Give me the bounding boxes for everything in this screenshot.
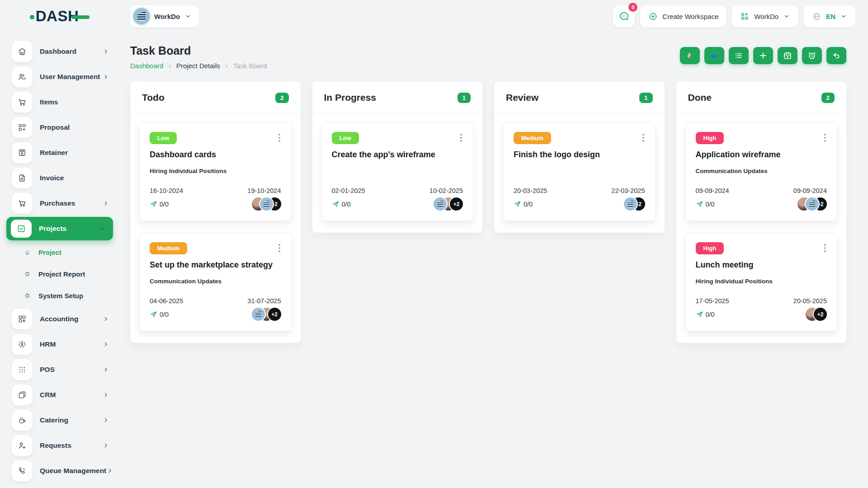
sidebar-item-user-management[interactable]: User Management [0,64,119,89]
cart-icon [12,92,33,113]
task-card-lunch-meeting[interactable]: High Lunch meeting Hiring Individual Pos… [685,233,838,331]
task-milestone [332,168,463,175]
task-milestone: Hiring Individual Positions [696,278,827,286]
calendar-icon [783,51,793,61]
catering-icon [12,410,33,431]
assignee-avatars: +2 [434,197,463,211]
card-menu-button[interactable] [459,132,463,144]
dash-logo[interactable]: DASH [0,8,119,25]
invoice-icon [12,168,33,188]
sidebar-item-purchases[interactable]: Purchases [0,191,119,216]
language-label: EN [826,13,835,20]
chevron-right-icon [102,48,109,55]
plus-icon [758,51,768,61]
sidebar-item-items[interactable]: Items [0,89,119,115]
submenu-bullet-icon [25,250,29,254]
accounting-icon [12,309,33,329]
column-cards: High Application wireframe Communication… [676,113,847,343]
task-start-date: 04-06-2025 [150,297,183,305]
column-title: In Progress [324,92,377,103]
board-column-done: Done 2 High Application wireframe Commun… [676,81,847,343]
task-card-set-up-the-marketplace-strategy[interactable]: Medium Set up the marketplace strategy C… [139,233,292,331]
topbar: DASH WorkDo 0 Create Workspace WorkDo [0,0,868,33]
sidebar-item-dashboard[interactable]: Dashboard [0,39,119,64]
breadcrumb-separator-icon: › [226,62,228,70]
breadcrumb-item-dashboard[interactable]: Dashboard [130,62,163,70]
onedrive-icon [709,51,719,61]
sidebar-item-accounting[interactable]: Accounting [0,306,119,332]
undo-icon [831,51,841,61]
alarm-button[interactable] [802,47,822,64]
plus-button[interactable] [753,47,773,64]
globe-icon [812,12,821,21]
sidebar-item-crm[interactable]: CRM [0,382,119,408]
messages-button[interactable]: 0 [613,5,635,27]
sidebar-item-label: Invoice [40,174,64,182]
sidebar-subitem-project-report[interactable]: Project Report [0,263,119,285]
task-milestone: Communication Updates [696,168,827,175]
sidebar: DashboardUser ManagementItemsProposalRet… [0,33,119,488]
sidebar-item-proposal[interactable]: Proposal [0,115,119,140]
send-icon [332,200,340,208]
list-button[interactable] [729,47,749,64]
crm-icon [12,385,33,405]
chevron-right-icon [102,315,109,323]
undo-button[interactable] [826,47,846,64]
sidebar-item-queue-management[interactable]: Queue Management [0,458,119,483]
proposal-icon [12,117,33,138]
task-card-dashboard-cards[interactable]: Low Dashboard cards Hiring Individual Po… [139,122,292,221]
workspace-avatar [133,8,150,24]
page-header: Task Board Dashboard›Project Details›Tas… [130,44,846,70]
sidebar-item-catering[interactable]: Catering [0,408,119,433]
alarm-icon [807,51,817,61]
task-title: Set up the marketplace strategy [150,260,281,270]
breadcrumb: Dashboard›Project Details›Task Board [130,62,267,70]
assignee-avatars: +2 [252,197,281,211]
sidebar-subitem-project[interactable]: Project [0,241,119,263]
card-menu-button[interactable] [278,132,281,144]
breadcrumb-item-project-details[interactable]: Project Details [176,62,220,70]
chevron-right-icon [102,417,109,424]
task-card-finish-the-logo-design[interactable]: Medium Finish the logo design 20-03-2025… [503,122,656,221]
chevron-right-icon [102,442,109,449]
sidebar-item-label: Retainer [40,149,68,157]
retainer-icon [12,142,33,163]
sidebar-item-projects[interactable]: Projects [0,216,119,241]
sidebar-item-pos[interactable]: POS [0,357,119,382]
assignee-avatars: +2 [624,197,645,211]
card-menu-button[interactable] [278,242,281,254]
home-icon [12,41,33,62]
task-title: Dashboard cards [150,150,281,160]
dash-logo-mark: DASH [30,8,90,25]
task-card-create-the-app-s-wireframe[interactable]: Low Create the app's wireframe 02-01-202… [321,122,474,221]
task-board: Todo 2 Low Dashboard cards Hiring Indivi… [130,81,846,343]
column-title: Todo [142,92,165,103]
chevron-right-icon [102,391,109,399]
card-menu-button[interactable] [823,132,827,144]
card-menu-button[interactable] [642,132,645,144]
sidebar-subitem-system-setup[interactable]: System Setup [0,285,119,306]
card-menu-button[interactable] [823,242,827,254]
sidebar-item-invoice[interactable]: Invoice [0,165,119,191]
language-selector[interactable]: EN [804,5,855,27]
sidebar-item-requests[interactable]: Requests [0,433,119,458]
calendar-button[interactable] [778,47,797,64]
apps-menu-button[interactable]: WorkDo [732,5,798,27]
task-card-application-wireframe[interactable]: High Application wireframe Communication… [685,122,838,221]
task-end-date: 31-07-2025 [247,297,281,305]
task-start-date: 17-05-2025 [696,297,729,305]
assignee-avatar [624,197,637,211]
google-drive-button[interactable] [680,47,700,64]
chevron-right-icon [102,366,109,373]
workspace-selector[interactable]: WorkDo [130,5,199,27]
topbar-right-controls: 0 Create Workspace WorkDo EN [613,5,855,27]
task-end-date: 20-05-2025 [793,297,827,305]
sidebar-item-retainer[interactable]: Retainer [0,140,119,165]
onedrive-button[interactable] [704,47,724,64]
assignee-avatars: +2 [252,308,281,321]
create-workspace-button[interactable]: Create Workspace [640,5,726,27]
projects-icon [11,220,32,238]
sidebar-subitem-label: System Setup [38,292,83,300]
sidebar-item-hrm[interactable]: HRM [0,332,119,357]
sidebar-subitem-label: Project [38,249,61,256]
